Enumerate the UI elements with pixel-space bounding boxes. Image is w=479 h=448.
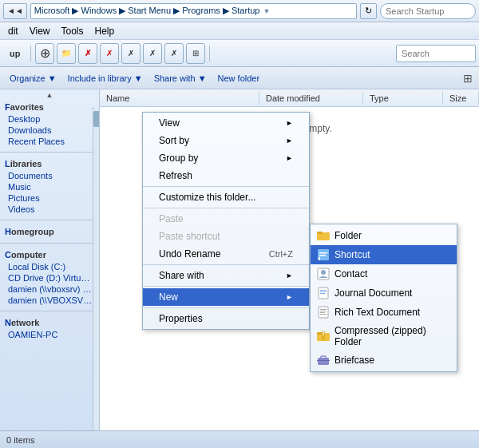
sidebar-recent-places[interactable]: Recent Places xyxy=(5,136,94,147)
submenu-briefcase[interactable]: Briefcase xyxy=(311,351,457,370)
submenu-contact[interactable]: Contact xyxy=(311,264,457,283)
sidebar-cd-drive[interactable]: CD Drive (D:) VirtualBox C xyxy=(5,272,94,283)
ctx-group-arrow: ► xyxy=(286,154,293,162)
ctx-new-arrow: ► xyxy=(286,293,293,301)
organize-label: Organize ▼ xyxy=(10,73,57,83)
favorites-section: Favorites Desktop Downloads Recent Place… xyxy=(0,99,99,149)
sidebar-pictures[interactable]: Pictures xyxy=(5,192,94,204)
submenu-richtext[interactable]: Rich Text Document xyxy=(311,303,457,322)
ctx-properties[interactable]: Properties xyxy=(143,310,309,327)
submenu-zip[interactable]: Compressed (zipped) Folder xyxy=(311,322,457,351)
sidebar-local-disk[interactable]: Local Disk (C:) xyxy=(5,261,94,272)
menu-bar: dit View Tools Help xyxy=(0,22,479,40)
contact-icon xyxy=(317,268,330,280)
ctx-sort-by[interactable]: Sort by ► xyxy=(143,132,309,149)
copy-btn[interactable]: ✗ xyxy=(143,43,162,64)
sidebar-videos[interactable]: Videos xyxy=(5,204,94,215)
libraries-section: Libraries Documents Music Pictures Video… xyxy=(0,156,99,216)
ctx-new[interactable]: New ► xyxy=(143,288,309,306)
refresh-button[interactable]: ↻ xyxy=(360,3,377,19)
submenu-new: Folder Shortcut Contact xyxy=(310,224,457,372)
sidebar-downloads[interactable]: Downloads xyxy=(5,125,94,136)
svg-rect-3 xyxy=(319,252,327,254)
shortcut-icon xyxy=(317,248,330,261)
toolbar: up ⊕ 📁 ✗ ✗ ✗ ✗ ✗ ⊞ xyxy=(0,40,479,67)
submenu-shortcut[interactable]: Shortcut xyxy=(311,245,457,264)
menu-edit[interactable]: dit xyxy=(3,24,23,38)
submenu-zip-label: Compressed (zipped) Folder xyxy=(335,325,450,347)
new-folder-action-btn[interactable]: New folder xyxy=(215,73,263,84)
move-btn[interactable]: ✗ xyxy=(121,43,141,64)
svg-rect-24 xyxy=(321,356,326,359)
submenu-journal-label: Journal Document xyxy=(335,287,412,299)
svg-rect-25 xyxy=(317,360,330,361)
ctx-group-label: Group by xyxy=(159,153,198,164)
view-toggle-btn[interactable]: ⊞ xyxy=(463,72,473,85)
submenu-briefcase-label: Briefcase xyxy=(335,355,374,366)
share-with-btn[interactable]: Share with ▼ xyxy=(151,73,210,84)
ctx-group-by[interactable]: Group by ► xyxy=(143,149,309,167)
menu-tools[interactable]: Tools xyxy=(56,24,88,38)
submenu-contact-label: Contact xyxy=(335,268,367,280)
sidebar-damien-pc[interactable]: OAMIEN-PC xyxy=(5,329,94,340)
sidebar-documents[interactable]: Documents xyxy=(5,170,94,181)
share-label: Share with ▼ xyxy=(154,73,207,83)
svg-rect-9 xyxy=(320,290,327,291)
sidebar-desktop[interactable]: Desktop xyxy=(5,113,94,125)
menu-view[interactable]: View xyxy=(25,24,55,38)
svg-rect-18 xyxy=(317,332,323,335)
zip-icon xyxy=(317,330,330,343)
menu-help[interactable]: Help xyxy=(90,24,120,38)
cut-btn[interactable]: ✗ xyxy=(164,43,184,64)
ctx-sep-4 xyxy=(143,286,309,287)
ctx-customize[interactable]: Customize this folder... xyxy=(143,188,309,206)
include-in-library-btn[interactable]: Include in library ▼ xyxy=(65,73,146,84)
ctx-view[interactable]: View ► xyxy=(143,114,309,132)
homegroup-heading: Homegroup xyxy=(5,227,94,236)
new-folder-btn[interactable]: ⊕ xyxy=(35,43,54,64)
sidebar-scroll-up[interactable]: ▲ xyxy=(0,89,99,99)
delete-btn[interactable]: ✗ xyxy=(78,43,97,64)
svg-point-7 xyxy=(321,270,326,275)
sidebar-damien-e[interactable]: damien (\\vboxsrv) (E:) xyxy=(5,283,94,295)
col-header-name[interactable]: Name xyxy=(100,92,259,105)
toolbar-separator-1 xyxy=(30,46,31,61)
folder-icon xyxy=(317,229,330,242)
network-heading: Network xyxy=(5,318,94,327)
ctx-share-label: Share with xyxy=(159,270,204,281)
ctx-view-arrow: ► xyxy=(286,119,293,127)
sidebar-scrollbar[interactable] xyxy=(93,107,99,430)
path-dropdown-icon[interactable]: ▼ xyxy=(263,7,270,15)
submenu-folder[interactable]: Folder xyxy=(311,226,457,245)
file-list-header: Name Date modified Type Size xyxy=(100,89,479,107)
ctx-paste-shortcut[interactable]: Paste shortcut xyxy=(143,228,309,245)
address-bar: ◄◄ Microsoft ▶ Windows ▶ Start Menu ▶ Pr… xyxy=(0,0,479,22)
col-header-type[interactable]: Type xyxy=(363,92,443,105)
ctx-share-with[interactable]: Share with ► xyxy=(143,267,309,284)
col-header-size[interactable]: Size xyxy=(443,92,479,105)
col-header-date[interactable]: Date modified xyxy=(259,92,363,105)
submenu-journal[interactable]: Journal Document xyxy=(311,283,457,303)
organize-btn[interactable]: Organize ▼ xyxy=(6,73,60,84)
sidebar-music[interactable]: Music xyxy=(5,181,94,192)
ctx-sep-2 xyxy=(143,208,309,208)
svg-rect-13 xyxy=(320,309,327,310)
ctx-undo-label: Undo Rename xyxy=(159,248,220,260)
delete2-btn[interactable]: ✗ xyxy=(100,43,119,64)
libraries-heading: Libraries xyxy=(5,159,94,168)
ctx-paste[interactable]: Paste xyxy=(143,210,309,228)
search-input[interactable] xyxy=(380,3,476,19)
sidebar-damien-z[interactable]: damien (\\VBOXSVR) (Z:) xyxy=(5,295,94,306)
sidebar-scroll-thumb[interactable] xyxy=(93,111,100,127)
svg-rect-14 xyxy=(320,311,326,311)
computer-heading: Computer xyxy=(5,250,94,260)
sidebar-divider-1 xyxy=(0,152,99,153)
address-path[interactable]: Microsoft ▶ Windows ▶ Start Menu ▶ Progr… xyxy=(30,3,357,19)
ctx-customize-label: Customize this folder... xyxy=(159,192,255,203)
back-button[interactable]: ◄◄ xyxy=(3,3,27,19)
folder-btn[interactable]: 📁 xyxy=(57,43,76,64)
ctx-refresh[interactable]: Refresh xyxy=(143,167,309,184)
toolbar-search-input[interactable] xyxy=(396,45,476,62)
ctx-undo-rename[interactable]: Undo Rename Ctrl+Z xyxy=(143,245,309,263)
properties-btn[interactable]: ⊞ xyxy=(186,43,205,64)
